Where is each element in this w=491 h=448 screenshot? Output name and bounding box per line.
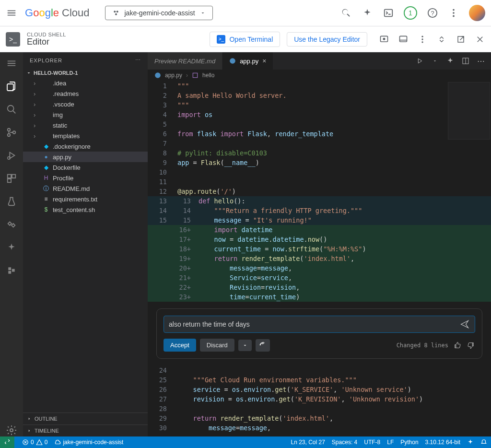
activity-bar [0,52,23,436]
preview-icon[interactable] [379,34,389,45]
chevron-right-icon: › [186,72,188,79]
ai-prompt-input[interactable] [169,320,455,328]
svg-rect-28 [8,271,11,274]
file-tree-item[interactable]: ●app.py [23,152,148,162]
encoding[interactable]: UTF-8 [364,439,380,446]
menu-icon[interactable] [5,57,18,70]
terraform-icon[interactable] [5,264,18,277]
editor-tabs: Preview README.md app.py × ⋯ [148,52,491,70]
cloud-icon [54,439,61,446]
eol[interactable]: LF [387,439,394,446]
tab-preview-readme[interactable]: Preview README.md [148,52,222,70]
indentation[interactable]: Spaces: 4 [332,439,357,446]
explorer-sidebar: EXPLORER ⋯ HELLO-WORLD-1 ›.idea›.readmes… [23,52,148,436]
ai-action-icon[interactable] [446,57,455,65]
run-icon[interactable] [415,57,424,65]
ai-inline-panel: AcceptDiscardChanged 8 lines [156,308,482,359]
python-file-icon [229,58,236,64]
discard-button[interactable]: Discard [200,339,234,352]
language-mode[interactable]: Python [400,439,418,446]
explorer-more-icon[interactable]: ⋯ [135,57,141,63]
timeline-section[interactable]: TIMELINE [23,424,148,436]
cloud-code-icon[interactable] [5,218,18,231]
svg-rect-34 [193,73,197,77]
svg-point-0 [114,11,116,12]
split-editor-icon[interactable] [461,57,470,65]
breadcrumbs[interactable]: app.py › hello [148,70,491,81]
svg-rect-26 [8,267,11,270]
run-dropdown-icon[interactable] [431,57,439,65]
regenerate-button[interactable] [256,339,270,352]
svg-rect-11 [400,36,407,42]
explorer-label: EXPLORER [30,58,62,63]
notifications-badge[interactable]: 1 [404,6,417,20]
svg-point-6 [453,9,455,11]
file-tree-item[interactable]: ◆.dockerignore [23,141,148,152]
code-editor[interactable]: 1"""2A sample Hello World server.3"""4im… [148,81,491,436]
open-new-window-icon[interactable] [456,34,466,45]
sparkle-icon[interactable] [362,7,373,19]
ai-status-icon[interactable] [467,439,474,446]
more-icon[interactable] [448,7,459,19]
shell-terminal-icon: >_ [6,32,20,47]
svg-point-33 [155,72,161,78]
close-shell-icon[interactable] [475,34,485,45]
workspace-folder[interactable]: HELLO-WORLD-1 [23,68,148,78]
file-tree-item[interactable]: ›static [23,120,148,130]
thumbs-up-icon[interactable] [453,341,462,350]
settings-gear-icon[interactable] [5,424,18,436]
cloud-project-status[interactable]: jake-gemini-code-assist [54,439,123,446]
testing-icon[interactable] [5,195,18,208]
search-icon[interactable] [340,7,352,19]
close-tab-icon[interactable]: × [262,57,266,65]
file-tree-item[interactable]: ⓘREADME.md [23,183,148,194]
layout-icon[interactable] [398,34,409,45]
python-file-icon [154,72,161,79]
problems-indicator[interactable]: 0 0 [22,439,47,446]
file-tree-item[interactable]: ›.readmes [23,88,148,99]
file-tree-item[interactable]: ◆Dockerfile [23,162,148,173]
svg-line-18 [13,111,16,114]
file-tree-item[interactable]: $test_content.sh [23,204,148,215]
main-editor: Preview README.md app.py × ⋯ app.py › he… [148,52,491,436]
cursor-position[interactable]: Ln 23, Col 27 [291,439,325,446]
send-icon[interactable] [459,319,470,330]
editor-more-icon[interactable]: ⋯ [477,57,485,65]
svg-point-10 [383,37,386,40]
resize-icon[interactable] [436,34,447,45]
tab-app-py[interactable]: app.py × [222,52,273,70]
file-tree-item[interactable]: ›.vscode [23,99,148,109]
search-panel-icon[interactable] [5,103,18,116]
svg-point-1 [116,11,118,12]
ai-sparkle-icon[interactable] [5,241,18,254]
remote-indicator[interactable] [0,436,14,448]
notifications-icon[interactable] [480,439,487,446]
python-interpreter[interactable]: 3.10.12 64-bit [425,439,460,446]
project-selector[interactable]: jake-gemini-code-assist [105,6,213,20]
file-tree-item[interactable]: HProcfile [23,173,148,183]
help-icon[interactable]: ? [427,7,438,19]
accept-button[interactable]: Accept [164,339,196,352]
discard-dropdown[interactable] [238,340,252,351]
shell-more-icon[interactable] [417,34,428,45]
file-tree-item[interactable]: ›.idea [23,78,148,88]
open-terminal-button[interactable]: >_ Open Terminal [210,32,280,47]
minimap[interactable] [448,82,490,140]
cloud-shell-icon[interactable] [383,7,394,19]
source-control-icon[interactable] [5,126,18,139]
file-tree-item[interactable]: ≡requirements.txt [23,194,148,204]
gcp-logo[interactable]: Google Cloud [25,7,90,19]
debug-icon[interactable] [5,149,18,162]
extensions-icon[interactable] [5,172,18,185]
svg-point-7 [453,12,455,14]
hamburger-icon[interactable] [6,7,17,19]
user-avatar[interactable] [469,5,485,21]
outline-section[interactable]: OUTLINE [23,413,148,424]
thumbs-down-icon[interactable] [467,341,475,350]
warning-icon [36,439,43,446]
explorer-icon[interactable] [5,80,18,93]
file-tree-item[interactable]: ›img [23,109,148,120]
svg-text:?: ? [431,10,434,17]
file-tree-item[interactable]: ›templates [23,130,148,141]
legacy-editor-button[interactable]: Use the Legacy Editor [287,32,367,47]
